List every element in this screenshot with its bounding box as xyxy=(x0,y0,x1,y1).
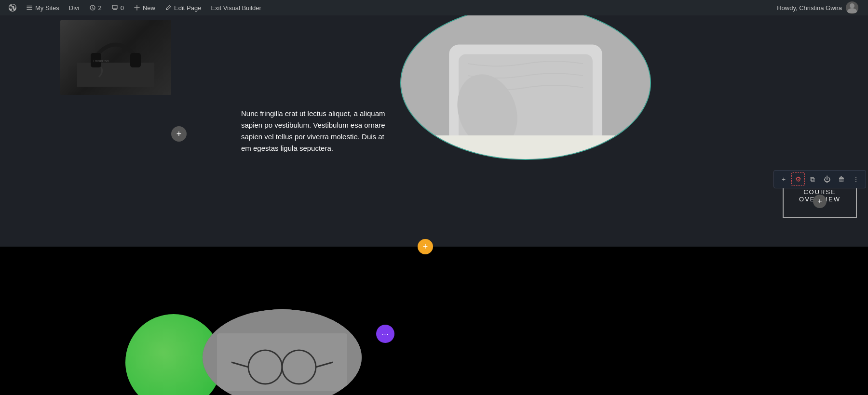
divi-menu[interactable]: Divi xyxy=(64,0,84,15)
divi-label: Divi xyxy=(69,4,80,12)
comments-count: 0 xyxy=(121,4,124,12)
exit-builder-label: Exit Visual Builder xyxy=(211,4,261,12)
my-sites-label: My Sites xyxy=(35,4,59,12)
svg-point-0 xyxy=(850,3,854,8)
add-module-button-left[interactable]: + xyxy=(171,126,187,142)
wp-logo[interactable] xyxy=(4,0,21,15)
plus-icon: + xyxy=(176,129,182,139)
my-sites-menu[interactable]: My Sites xyxy=(21,0,64,15)
admin-bar: My Sites Divi 2 0 New Edit Page Exit Vis… xyxy=(0,0,868,15)
revisions-count: 2 xyxy=(98,4,102,12)
circular-image-inner xyxy=(401,15,650,159)
add-section-button[interactable]: + xyxy=(418,239,433,254)
toolbar-add-button[interactable]: + xyxy=(777,172,790,186)
edit-page-menu[interactable]: Edit Page xyxy=(160,0,206,15)
toolbar-clone-button[interactable]: ⧉ xyxy=(806,172,819,186)
headphones-image-inner: ThinkPad xyxy=(60,20,171,95)
user-avatar[interactable] xyxy=(846,1,858,14)
svg-rect-1 xyxy=(77,63,154,87)
circular-image xyxy=(400,15,651,160)
dots-icon: ··· xyxy=(382,330,389,338)
body-text: Nunc fringilla erat ut lectus aliquet, a… xyxy=(241,108,386,154)
left-column: ThinkPad + xyxy=(0,15,231,247)
headphones-image: ThinkPad xyxy=(60,20,171,95)
right-column: + ⚙ ⧉ ⏻ 🗑 xyxy=(395,15,868,247)
purple-options-button[interactable]: ··· xyxy=(376,325,394,343)
svg-rect-9 xyxy=(401,135,650,159)
exit-builder-menu[interactable]: Exit Visual Builder xyxy=(206,0,266,15)
toolbar-more-button[interactable]: ⋮ xyxy=(849,172,863,186)
toolbar-disable-button[interactable]: ⏻ xyxy=(820,172,834,186)
button-container: + ⚙ ⧉ ⏻ 🗑 xyxy=(783,181,857,218)
revisions-menu[interactable]: 2 xyxy=(84,0,107,15)
svg-text:ThinkPad: ThinkPad xyxy=(93,59,109,63)
button-section: + ⚙ ⧉ ⏻ 🗑 xyxy=(791,181,849,218)
middle-column: Nunc fringilla erat ut lectus aliquet, a… xyxy=(231,15,395,247)
new-label: New xyxy=(143,4,155,12)
plus-icon-bottom: + xyxy=(817,197,822,206)
toolbar-delete-button[interactable]: 🗑 xyxy=(835,172,848,186)
main-content: ThinkPad + Nunc fringilla erat ut lectus… xyxy=(0,15,868,395)
lower-section: ··· xyxy=(0,247,868,395)
comments-menu[interactable]: 0 xyxy=(107,0,129,15)
add-module-button-bottom[interactable]: + xyxy=(813,195,827,208)
section-plus-icon: + xyxy=(423,242,428,252)
module-toolbar: + ⚙ ⧉ ⏻ 🗑 xyxy=(773,170,866,188)
upper-section: ThinkPad + Nunc fringilla erat ut lectus… xyxy=(0,15,868,247)
svg-rect-3 xyxy=(130,53,141,67)
user-info: Howdy, Christina Gwira xyxy=(777,1,864,14)
new-menu[interactable]: New xyxy=(129,0,160,15)
greeting-text: Howdy, Christina Gwira xyxy=(777,4,842,12)
gray-oval-inner xyxy=(203,309,362,395)
edit-page-label: Edit Page xyxy=(174,4,201,12)
toolbar-settings-button[interactable]: ⚙ xyxy=(791,172,805,186)
gray-oval-image xyxy=(203,309,362,395)
